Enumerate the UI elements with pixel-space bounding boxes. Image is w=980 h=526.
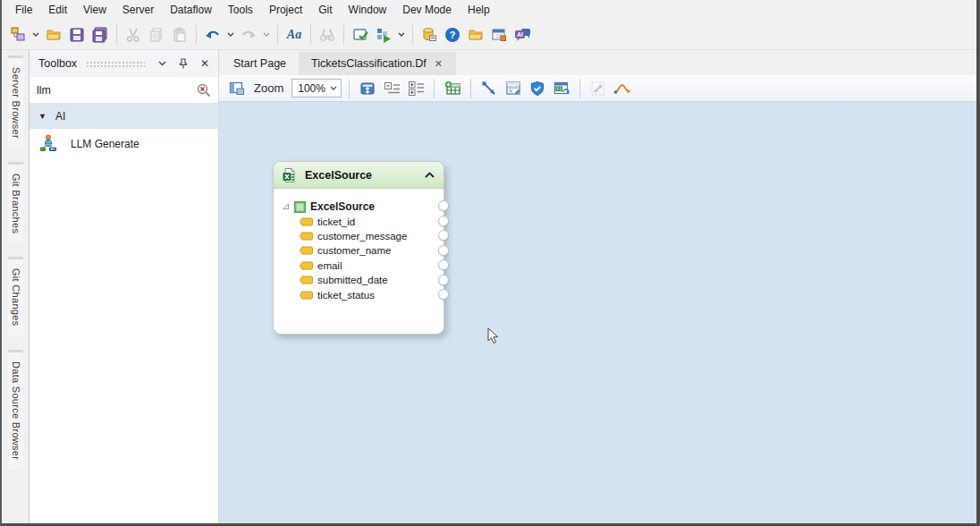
column-label: email bbox=[317, 260, 342, 271]
paste-icon[interactable] bbox=[169, 24, 190, 46]
open-folder-icon[interactable] bbox=[43, 24, 64, 46]
menu-view[interactable]: View bbox=[75, 1, 114, 19]
undo-dropdown-icon[interactable] bbox=[225, 24, 236, 46]
zoom-level-value: 100% bbox=[298, 82, 325, 95]
save-all-icon[interactable] bbox=[89, 24, 111, 46]
column-label: ticket_status bbox=[317, 290, 375, 301]
validate-window-icon[interactable] bbox=[350, 24, 371, 46]
column-row[interactable]: email bbox=[283, 259, 436, 273]
main-area: Server Browser Git Branches Git Changes … bbox=[2, 50, 976, 523]
menu-git[interactable]: Git bbox=[310, 1, 340, 19]
database-export-icon[interactable] bbox=[418, 24, 440, 46]
ai-chat-icon[interactable]: AI bbox=[511, 24, 533, 46]
reroute-links-icon[interactable] bbox=[612, 78, 633, 99]
redo-dropdown-icon[interactable] bbox=[261, 24, 272, 46]
menu-dataflow[interactable]: Dataflow bbox=[162, 1, 220, 19]
toolbox-item-label: LLM Generate bbox=[71, 138, 139, 150]
expand-all-icon[interactable] bbox=[405, 78, 427, 99]
toolbox-search-input[interactable] bbox=[37, 84, 197, 97]
output-port[interactable] bbox=[438, 230, 449, 241]
category-label: AI bbox=[55, 110, 65, 123]
svg-text:10: 10 bbox=[509, 89, 512, 93]
toolbox-pin-icon[interactable] bbox=[175, 55, 191, 72]
help-icon[interactable]: ? bbox=[442, 24, 463, 46]
toolbox-window-menu-icon[interactable] bbox=[154, 55, 170, 72]
column-label: submitted_date bbox=[317, 275, 388, 285]
column-label: customer_message bbox=[317, 231, 407, 242]
fit-height-icon[interactable] bbox=[357, 78, 378, 99]
menu-tools[interactable]: Tools bbox=[220, 1, 261, 19]
sidebar-tab-server-browser[interactable]: Server Browser bbox=[8, 55, 23, 148]
toolbox-item-llm-generate[interactable]: API LLM Generate bbox=[30, 129, 218, 159]
clear-search-icon[interactable] bbox=[197, 83, 211, 98]
datetime-format-icon[interactable]: 010.0110 bbox=[503, 78, 524, 99]
redo-icon[interactable] bbox=[238, 24, 259, 46]
document-tab-bar: Start Page TicketsClassification.Df ✕ bbox=[219, 50, 976, 75]
sidebar-tab-git-branches[interactable]: Git Branches bbox=[8, 162, 23, 242]
run-dropdown-icon[interactable] bbox=[396, 24, 407, 46]
font-style-icon[interactable]: Aa bbox=[283, 24, 305, 46]
shield-check-icon[interactable] bbox=[527, 78, 548, 99]
output-port[interactable] bbox=[438, 275, 449, 285]
output-port[interactable] bbox=[438, 259, 449, 270]
menu-project[interactable]: Project bbox=[261, 1, 310, 19]
excel-source-node[interactable]: ExcelSource Exce bbox=[273, 161, 444, 335]
cut-icon[interactable] bbox=[122, 24, 144, 46]
zoom-level-select[interactable]: 100% bbox=[291, 79, 342, 98]
sidebar-tab-data-source-browser[interactable]: Data Source Browser bbox=[8, 350, 23, 469]
output-port[interactable] bbox=[438, 216, 449, 226]
find-icon[interactable] bbox=[317, 24, 338, 46]
toolbox-header[interactable]: Toolbox ✕ bbox=[30, 50, 218, 77]
link-line-icon[interactable] bbox=[478, 78, 500, 99]
menu-edit[interactable]: Edit bbox=[40, 1, 75, 19]
column-icon bbox=[300, 261, 313, 270]
menu-help[interactable]: Help bbox=[460, 1, 498, 19]
toolbox-drag-grip[interactable] bbox=[86, 60, 145, 67]
tab-close-icon[interactable]: ✕ bbox=[434, 58, 444, 70]
dataflow-canvas[interactable]: ExcelSource Exce bbox=[219, 102, 976, 523]
run-dataflow-icon[interactable] bbox=[373, 24, 394, 46]
column-row[interactable]: customer_name bbox=[283, 243, 436, 258]
column-row[interactable]: submitted_date bbox=[283, 273, 436, 287]
tree-expander-icon[interactable] bbox=[283, 203, 290, 210]
toolbox-close-icon[interactable]: ✕ bbox=[197, 55, 213, 72]
window-home-icon[interactable] bbox=[488, 24, 510, 46]
svg-text:API: API bbox=[51, 148, 55, 151]
column-row[interactable]: ticket_status bbox=[283, 287, 436, 301]
copy-icon[interactable] bbox=[146, 24, 167, 46]
llm-generate-icon: API bbox=[38, 134, 58, 154]
sidebar-tab-git-changes[interactable]: Git Changes bbox=[8, 257, 23, 335]
toolbar-separator bbox=[349, 79, 350, 98]
toolbox-category-ai[interactable]: ▼ AI bbox=[30, 104, 218, 129]
tab-tickets-classification[interactable]: TicketsClassification.Df ✕ bbox=[299, 52, 456, 75]
undo-icon[interactable] bbox=[202, 24, 224, 46]
resize-icon[interactable] bbox=[587, 78, 609, 99]
open-project-icon[interactable] bbox=[465, 24, 486, 46]
menu-server[interactable]: Server bbox=[114, 1, 162, 19]
column-row[interactable]: ticket_id bbox=[283, 214, 436, 228]
new-dataflow-icon[interactable] bbox=[7, 24, 29, 46]
tree-root-label: ExcelSource bbox=[310, 200, 375, 213]
add-table-icon[interactable] bbox=[442, 78, 463, 99]
pane-layout-icon[interactable] bbox=[226, 78, 248, 99]
collapse-all-icon[interactable] bbox=[381, 78, 402, 99]
toolbar-separator bbox=[277, 25, 278, 45]
menu-bar: File Edit View Server Dataflow Tools Pro… bbox=[2, 0, 976, 20]
tree-root-row[interactable]: ExcelSource bbox=[283, 199, 436, 214]
menu-file[interactable]: File bbox=[7, 1, 40, 19]
menu-dev-mode[interactable]: Dev Mode bbox=[394, 1, 460, 19]
output-port[interactable] bbox=[438, 200, 449, 211]
output-port[interactable] bbox=[438, 245, 449, 256]
toolbar-separator bbox=[434, 79, 435, 98]
output-port[interactable] bbox=[438, 289, 449, 300]
tab-start-page[interactable]: Start Page bbox=[221, 52, 299, 75]
column-row[interactable]: customer_message bbox=[283, 229, 436, 243]
toolbox-search-row bbox=[30, 77, 218, 104]
node-collapse-icon[interactable] bbox=[425, 172, 435, 178]
excel-source-node-header[interactable]: ExcelSource bbox=[274, 162, 444, 189]
save-icon[interactable] bbox=[66, 24, 88, 46]
preview-data-icon[interactable] bbox=[551, 78, 572, 99]
menu-window[interactable]: Window bbox=[341, 1, 395, 19]
new-dataflow-dropdown-icon[interactable] bbox=[30, 24, 41, 46]
category-expander-icon[interactable]: ▼ bbox=[38, 112, 46, 121]
